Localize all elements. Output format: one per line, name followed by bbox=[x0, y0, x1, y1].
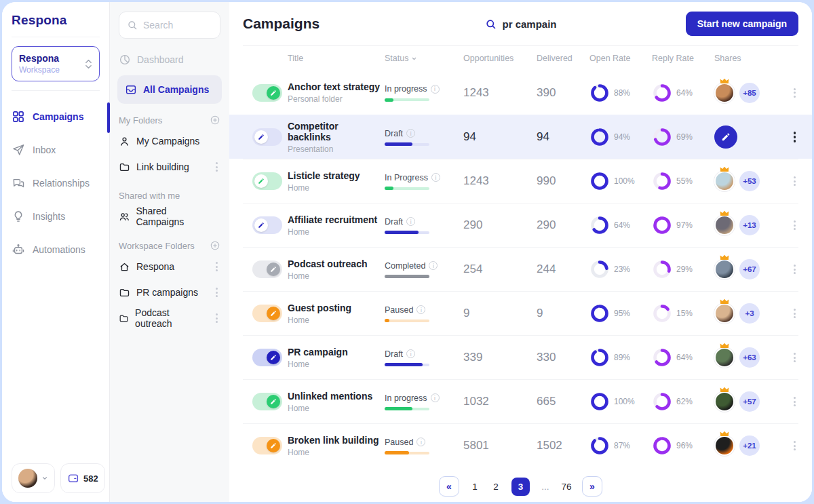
sidebar-item-campaigns[interactable]: Campaigns bbox=[12, 100, 100, 133]
shared-avatar[interactable] bbox=[714, 303, 735, 324]
main-sidebar: Respona Respona Workspace CampaignsInbox… bbox=[2, 2, 109, 502]
pagination-page-3[interactable]: 3 bbox=[511, 478, 530, 496]
add-folder-button[interactable] bbox=[210, 240, 220, 251]
section-header: My Folders bbox=[119, 115, 220, 125]
reply-rate-value: 97% bbox=[676, 220, 693, 230]
table-row[interactable]: Anchor text strategyPersonal folderIn pr… bbox=[243, 71, 798, 115]
workspace-selector[interactable]: Respona Workspace bbox=[12, 46, 100, 81]
shares-count-badge[interactable]: +85 bbox=[739, 83, 760, 103]
shared-avatar[interactable] bbox=[714, 83, 735, 103]
sidebar-item-automations[interactable]: Automations bbox=[12, 233, 100, 266]
shared-avatar[interactable] bbox=[714, 171, 735, 191]
table-row[interactable]: Listicle strategyHomeIn Progressi1243990… bbox=[243, 159, 798, 203]
rate-donut bbox=[652, 303, 672, 324]
table-row[interactable]: Broken link buildingHomePausedi580115028… bbox=[243, 423, 798, 467]
table-row[interactable]: Unlinked mentionsHomeIn progressi1032665… bbox=[243, 379, 798, 423]
row-menu-button[interactable] bbox=[791, 174, 798, 189]
row-menu-button[interactable] bbox=[791, 438, 798, 453]
folders-item-all-campaigns[interactable]: All Campaigns bbox=[117, 75, 222, 104]
pagination-prev-button[interactable]: « bbox=[439, 476, 459, 497]
campaign-toggle[interactable] bbox=[252, 349, 282, 366]
divider bbox=[12, 37, 100, 37]
info-icon[interactable]: i bbox=[416, 438, 425, 446]
search-input[interactable] bbox=[143, 20, 211, 31]
info-icon[interactable]: i bbox=[431, 85, 440, 94]
row-menu-button[interactable] bbox=[213, 159, 220, 174]
info-icon[interactable]: i bbox=[416, 305, 425, 314]
info-icon[interactable]: i bbox=[406, 217, 415, 226]
pagination-page-2[interactable]: 2 bbox=[490, 482, 501, 492]
info-icon[interactable]: i bbox=[406, 349, 415, 358]
shares-count-badge[interactable]: +53 bbox=[739, 171, 760, 191]
row-menu-button[interactable] bbox=[213, 311, 220, 326]
campaign-toggle[interactable] bbox=[252, 260, 282, 278]
table-row[interactable]: Affiliate recruitmentHomeDrafti29029064%… bbox=[243, 203, 798, 247]
sidebar-footer: 582 bbox=[12, 463, 105, 493]
folders-item-dashboard[interactable]: Dashboard bbox=[119, 47, 220, 73]
shared-avatar[interactable] bbox=[714, 215, 735, 235]
info-icon[interactable]: i bbox=[431, 173, 440, 182]
shares-count-badge[interactable]: +63 bbox=[739, 347, 760, 368]
folder-item-shared-campaigns[interactable]: Shared Campaigns bbox=[119, 203, 220, 229]
shares-count-badge[interactable]: +3 bbox=[739, 303, 760, 324]
row-menu-button[interactable] bbox=[791, 394, 798, 409]
shared-avatar[interactable] bbox=[714, 347, 735, 368]
shares-count-badge[interactable]: +57 bbox=[739, 391, 760, 412]
campaign-toggle[interactable] bbox=[252, 437, 282, 454]
folder-item-respona[interactable]: Respona bbox=[119, 254, 220, 279]
pie-icon bbox=[119, 54, 131, 66]
pagination-page-76[interactable]: 76 bbox=[561, 482, 572, 492]
folder-icon bbox=[119, 313, 129, 324]
pagination-page-1[interactable]: 1 bbox=[469, 482, 480, 492]
campaign-toggle[interactable] bbox=[252, 393, 282, 410]
user-menu[interactable] bbox=[12, 463, 55, 493]
row-menu-button[interactable] bbox=[213, 285, 220, 300]
sidebar-item-relationships[interactable]: Relationships bbox=[12, 166, 100, 199]
row-menu-button[interactable] bbox=[791, 262, 798, 277]
shared-avatar[interactable] bbox=[714, 391, 735, 412]
chevron-down-icon bbox=[411, 56, 417, 62]
column-header-status[interactable]: Status bbox=[385, 54, 459, 63]
sidebar-item-insights[interactable]: Insights bbox=[12, 199, 100, 233]
edit-campaign-button[interactable] bbox=[714, 125, 737, 149]
campaign-toggle[interactable] bbox=[252, 172, 282, 190]
row-menu-button[interactable] bbox=[791, 85, 798, 100]
folder-item-pr-campaigns[interactable]: PR campaigns bbox=[119, 279, 220, 305]
opportunities-value: 1243 bbox=[463, 86, 532, 100]
info-icon[interactable]: i bbox=[431, 393, 440, 402]
start-new-campaign-button[interactable]: Start new campaign bbox=[686, 12, 798, 36]
shared-avatar[interactable] bbox=[714, 435, 735, 456]
row-menu-button[interactable] bbox=[791, 129, 799, 145]
row-menu-button[interactable] bbox=[791, 306, 798, 321]
table-row[interactable]: Podcast outreachHomeCompletedi25424423%2… bbox=[243, 247, 798, 291]
table-row[interactable]: Guest postingHomePausedi9995%15%+3 bbox=[243, 291, 798, 335]
folder-item-link-building[interactable]: Link building bbox=[119, 154, 220, 180]
info-icon[interactable]: i bbox=[406, 129, 415, 138]
campaign-toggle[interactable] bbox=[252, 305, 282, 322]
table-row[interactable]: PR campaignHomeDrafti33933089%64%+63 bbox=[243, 335, 798, 379]
table-row[interactable]: Competitor backlinksPresentationDrafti94… bbox=[229, 115, 812, 159]
add-folder-button[interactable] bbox=[210, 115, 220, 125]
campaign-toggle[interactable] bbox=[252, 128, 282, 146]
chat-icon bbox=[12, 176, 25, 190]
campaign-folder: Home bbox=[288, 360, 381, 369]
folder-item-podcast-outreach[interactable]: Podcast outreach bbox=[119, 305, 220, 331]
shares-count-badge[interactable]: +13 bbox=[739, 215, 760, 235]
row-menu-button[interactable] bbox=[791, 350, 798, 365]
pagination-next-button[interactable]: » bbox=[582, 476, 602, 497]
campaign-search[interactable]: pr campain bbox=[484, 18, 556, 30]
shares-count-badge[interactable]: +21 bbox=[739, 435, 760, 456]
item-label: PR campaigns bbox=[136, 287, 198, 298]
folder-item-my-campaigns[interactable]: My Campaigns bbox=[119, 128, 220, 154]
campaign-toggle[interactable] bbox=[252, 84, 282, 102]
campaign-toggle[interactable] bbox=[252, 216, 282, 234]
shares-count-badge[interactable]: +67 bbox=[739, 259, 760, 279]
row-menu-button[interactable] bbox=[213, 259, 220, 274]
credits-button[interactable]: 582 bbox=[60, 463, 105, 493]
folder-search[interactable] bbox=[119, 12, 220, 39]
sidebar-item-inbox[interactable]: Inbox bbox=[12, 133, 100, 166]
row-menu-button[interactable] bbox=[791, 218, 798, 233]
shared-avatar[interactable] bbox=[714, 259, 735, 279]
info-icon[interactable]: i bbox=[429, 261, 438, 270]
status-cell: Pausedi bbox=[385, 305, 459, 322]
